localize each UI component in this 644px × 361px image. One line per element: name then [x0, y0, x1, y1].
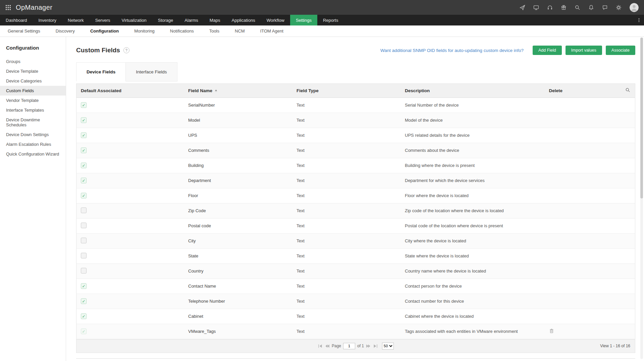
field-name: Zip Code — [185, 203, 293, 218]
delete-icon[interactable] — [549, 328, 554, 334]
default-associated-checkbox[interactable]: ✓ — [81, 283, 87, 289]
default-associated-cell: ✓ — [76, 98, 185, 113]
sidebar-item-custom-fields[interactable]: Custom Fields — [0, 86, 66, 96]
default-associated-checkbox[interactable]: ✓ — [81, 102, 87, 108]
support-headset-icon[interactable] — [547, 5, 553, 10]
nav-item-inventory[interactable]: Inventory — [33, 15, 62, 25]
next-page-button[interactable] — [366, 344, 371, 349]
table-row: Postal codeTextPostal code of the locati… — [76, 218, 635, 233]
user-avatar[interactable] — [630, 3, 639, 12]
field-name: Cabinet — [185, 309, 293, 324]
import-values-button[interactable]: Import values — [566, 46, 602, 55]
default-associated-checkbox[interactable]: ✓ — [81, 117, 87, 123]
default-associated-checkbox[interactable]: ✓ — [81, 132, 87, 138]
sidebar-item-groups[interactable]: Groups — [0, 57, 66, 66]
field-description: Cabinet where the device is located — [401, 309, 546, 324]
field-type: Text — [293, 158, 401, 173]
default-associated-checkbox[interactable] — [81, 207, 87, 213]
sidebar-item-vendor-template[interactable]: Vendor Template — [0, 96, 66, 105]
field-type: Text — [293, 263, 401, 279]
default-associated-checkbox[interactable]: ✓ — [81, 193, 87, 198]
subnav-item-notifications[interactable]: Notifications — [162, 25, 202, 37]
default-associated-checkbox[interactable]: ✓ — [81, 178, 87, 183]
nav-item-servers[interactable]: Servers — [90, 15, 116, 25]
field-name: UPS — [185, 128, 293, 143]
nav-item-settings[interactable]: Settings — [290, 15, 317, 25]
snmp-oid-link[interactable]: Want additional SNMP OID fields for auto… — [380, 48, 524, 53]
associate-button[interactable]: Associate — [606, 46, 635, 55]
nav-item-network[interactable]: Network — [62, 15, 90, 25]
subnav-item-monitoring[interactable]: Monitoring — [126, 25, 162, 37]
scrollbar-thumb[interactable] — [640, 38, 643, 198]
subnav-item-configuration[interactable]: Configuration — [83, 25, 126, 37]
nav-item-maps[interactable]: Maps — [204, 15, 226, 25]
more-vertical-icon[interactable] — [637, 15, 641, 25]
subnav-item-discovery[interactable]: Discovery — [48, 25, 83, 37]
default-associated-checkbox[interactable]: ✓ — [81, 163, 87, 168]
table-row: CountryTextCountry name where the device… — [76, 263, 635, 279]
subnav-item-ncm[interactable]: NCM — [227, 25, 253, 37]
default-associated-checkbox[interactable] — [81, 268, 87, 274]
field-type: Text — [293, 113, 401, 128]
subnav-item-general-settings[interactable]: General Settings — [0, 25, 48, 37]
field-name: Floor — [185, 188, 293, 203]
first-page-button[interactable] — [318, 344, 323, 349]
sidebar-item-interface-templates[interactable]: Interface Templates — [0, 105, 66, 115]
table-row: ✓BuildingTextBuilding where the device i… — [76, 158, 635, 173]
header-label: Field Name — [188, 88, 212, 93]
default-associated-checkbox[interactable]: ✓ — [81, 147, 87, 153]
settings-gear-icon[interactable] — [616, 5, 622, 10]
field-name: Contact Name — [185, 279, 293, 294]
field-description: City where the device is located — [401, 233, 546, 248]
nav-item-alarms[interactable]: Alarms — [179, 15, 204, 25]
default-associated-checkbox[interactable] — [81, 253, 87, 258]
screen-share-icon[interactable] — [533, 5, 539, 10]
sidebar-item-device-downtime-schedules[interactable]: Device Downtime Schedules — [0, 115, 66, 130]
tab-device-fields[interactable]: Device Fields — [76, 62, 126, 81]
field-description: UPS related details for the device — [401, 128, 546, 143]
subnav-item-tools[interactable]: Tools — [202, 25, 227, 37]
main-navigation: DashboardInventoryNetworkServersVirtuali… — [0, 15, 644, 25]
default-associated-checkbox[interactable]: ✓ — [81, 298, 87, 304]
nav-item-dashboard[interactable]: Dashboard — [0, 15, 33, 25]
default-associated-checkbox[interactable]: ✓ — [81, 313, 87, 319]
page-number-input[interactable] — [343, 343, 355, 349]
page-size-select[interactable]: 50 — [382, 343, 394, 350]
default-associated-checkbox[interactable] — [81, 223, 87, 228]
whats-new-gift-icon[interactable] — [561, 5, 567, 10]
field-description: State where the device is located — [401, 248, 546, 263]
field-description: Contact person for the device — [401, 279, 546, 294]
nav-item-storage[interactable]: Storage — [152, 15, 179, 25]
sidebar-item-device-down-settings[interactable]: Device Down Settings — [0, 130, 66, 139]
subnav-item-itom-agent[interactable]: ITOM Agent — [253, 25, 291, 37]
nav-item-workflow[interactable]: Workflow — [261, 15, 290, 25]
apps-grid-icon[interactable] — [5, 5, 11, 10]
launch-icon[interactable] — [520, 5, 525, 10]
field-name: Comments — [185, 143, 293, 158]
field-description: Zip code of the location where the devic… — [401, 203, 546, 218]
default-associated-checkbox[interactable] — [81, 238, 87, 243]
field-type: Text — [293, 173, 401, 188]
search-icon[interactable] — [575, 5, 580, 10]
prev-page-button[interactable] — [325, 344, 330, 349]
sidebar-item-device-template[interactable]: Device Template — [0, 66, 66, 76]
add-field-button[interactable]: Add Field — [533, 46, 562, 55]
vertical-scrollbar[interactable] — [640, 38, 643, 359]
notifications-bell-icon[interactable] — [588, 5, 594, 10]
help-icon[interactable]: ? — [123, 47, 129, 53]
sidebar-item-alarm-escalation-rules[interactable]: Alarm Escalation Rules — [0, 139, 66, 149]
default-associated-checkbox[interactable]: ✓ — [81, 328, 87, 334]
sidebar-item-quick-configuration-wizard[interactable]: Quick Configuration Wizard — [0, 149, 66, 159]
default-associated-cell: ✓ — [76, 113, 185, 128]
last-page-button[interactable] — [373, 344, 378, 349]
tab-interface-fields[interactable]: Interface Fields — [126, 62, 177, 81]
assist-chat-icon[interactable] — [602, 5, 608, 10]
nav-item-reports[interactable]: Reports — [317, 15, 344, 25]
nav-item-applications[interactable]: Applications — [226, 15, 261, 25]
default-associated-cell: ✓ — [76, 324, 185, 339]
default-associated-cell: ✓ — [76, 173, 185, 188]
nav-item-virtualization[interactable]: Virtualization — [116, 15, 152, 25]
table-search-icon[interactable] — [625, 87, 630, 93]
column-header-field-name[interactable]: Field Name — [185, 84, 293, 98]
sidebar-item-device-categories[interactable]: Device Categories — [0, 76, 66, 86]
